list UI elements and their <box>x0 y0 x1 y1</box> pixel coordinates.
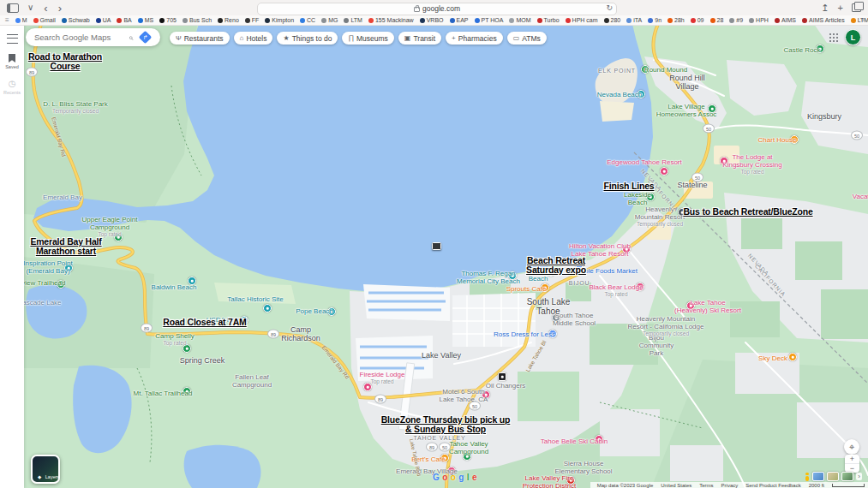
favorite-bookmark[interactable]: MOM <box>509 17 530 23</box>
map-poi-label[interactable]: Mt. Tallac Trailhead <box>134 390 193 397</box>
map-poi-label[interactable]: LakesideBeach <box>624 191 651 206</box>
reload-icon[interactable]: ↻ <box>606 3 613 12</box>
favorite-bookmark[interactable]: Kimpton <box>265 17 294 23</box>
footer-terms-link[interactable]: Terms <box>699 483 713 488</box>
map-pin[interactable] <box>263 304 272 312</box>
map-pin[interactable] <box>660 167 668 176</box>
map-poi-label[interactable]: Fallen LeafCampground <box>232 373 272 389</box>
favorite-bookmark[interactable]: 9n <box>648 17 661 23</box>
google-apps-icon[interactable] <box>829 33 838 42</box>
map-viewport[interactable]: D. L. Bliss State Park Temporarily close… <box>0 24 868 488</box>
footer-privacy-link[interactable]: Privacy <box>721 483 739 488</box>
map-poi-label[interactable]: Kingsbury <box>807 112 841 121</box>
back-icon[interactable]: ‹ <box>44 2 47 15</box>
custom-map-annotation[interactable]: BlueZone Thursday bib pick up& Sunday Bu… <box>381 415 511 434</box>
map-poi-label[interactable]: Cascade Lake <box>17 299 61 306</box>
map-poi-label[interactable]: Lake Valley FireProtection District <box>523 474 577 488</box>
category-chip[interactable]: Ψ Restaurants <box>170 32 230 45</box>
favorite-bookmark[interactable]: EAP <box>450 17 469 23</box>
favorite-bookmark[interactable]: 28h <box>667 17 685 23</box>
favorite-bookmark[interactable]: #9 <box>729 17 743 23</box>
map-poi-label[interactable]: BijouCommunityPark <box>639 334 673 357</box>
map-poi-label[interactable]: Camp Shelly Top rated <box>155 332 194 346</box>
favorite-bookmark[interactable]: 155 Mackinaw <box>368 17 414 23</box>
favorite-bookmark[interactable]: HPH cam <box>566 17 598 23</box>
category-chip[interactable]: ★ Things to do <box>277 32 338 45</box>
map-poi-label[interactable]: South LakeTahoe <box>527 297 571 317</box>
favorite-bookmark[interactable]: 09 <box>691 17 704 23</box>
custom-map-annotation[interactable]: Road to MarathonCourse <box>28 52 102 71</box>
category-chip[interactable]: ▭ ATMs <box>507 32 547 45</box>
custom-map-annotation[interactable]: Beach RetreatSaturday expo <box>526 256 586 275</box>
share-icon[interactable]: ↥ <box>821 0 829 15</box>
favorite-bookmark[interactable]: Schwab <box>62 17 90 23</box>
map-poi-label[interactable]: Sprouts Café <box>506 285 547 293</box>
search-box[interactable]: ⌕ ↱ <box>26 28 160 46</box>
map-poi-label[interactable]: Emerald Bay <box>43 193 82 201</box>
imagery-thumbnail[interactable] <box>827 472 839 481</box>
favorite-bookmark[interactable]: HPH <box>749 17 769 23</box>
favorite-bookmark[interactable]: VRBO <box>420 17 444 23</box>
map-poi-label[interactable]: Castle Rock <box>783 46 820 54</box>
map-poi-label[interactable]: Nevada Beach <box>597 91 642 98</box>
map-poi-label[interactable]: Round Mound <box>644 66 687 74</box>
map-poi-label[interactable]: Round HillVillage <box>669 74 705 91</box>
favorite-bookmark[interactable]: LTM tod <box>851 17 868 23</box>
sidebar-item-saved[interactable]: Saved <box>5 54 19 69</box>
map-poi-label[interactable]: Tahoe Belle Ski Cabin <box>541 437 608 445</box>
zoom-in-button[interactable]: + <box>845 455 859 464</box>
favorites-overflow-icon[interactable]: » <box>861 16 865 24</box>
forward-icon[interactable]: › <box>58 2 62 15</box>
category-chip[interactable]: ▣ Transit <box>398 32 441 45</box>
favorite-bookmark[interactable]: AIMS <box>775 17 796 23</box>
favorite-bookmark[interactable]: Turbo <box>537 17 560 23</box>
custom-map-annotation[interactable]: Road Closes at 7AM <box>163 318 246 327</box>
favorite-bookmark[interactable]: Reno <box>218 17 239 23</box>
custom-map-annotation[interactable]: Emerald Bay HalfMarathon start <box>30 237 101 256</box>
favorite-bookmark[interactable]: PT HOA <box>475 17 504 23</box>
favorite-bookmark[interactable]: CC <box>300 17 315 23</box>
avatar[interactable]: L <box>845 29 861 45</box>
map-pin[interactable] <box>788 353 797 361</box>
footer-feedback-link[interactable]: Send Product Feedback <box>745 483 800 488</box>
map-poi-label[interactable]: BIJOU <box>569 280 590 287</box>
collapse-imagery-icon[interactable]: › <box>856 473 862 480</box>
favorite-bookmark[interactable]: FF <box>245 17 260 23</box>
menu-icon[interactable] <box>7 34 18 44</box>
map-poi-label[interactable]: Edgewood Tahoe Resort <box>607 158 681 166</box>
sidebar-item-recents[interactable]: ◷ Recents <box>3 80 21 95</box>
favorite-bookmark[interactable]: Gmail <box>33 17 56 23</box>
favorite-bookmark[interactable]: 705 <box>159 17 177 23</box>
imagery-thumbnail[interactable] <box>812 472 824 481</box>
map-poi-label[interactable]: Vacation <box>853 193 868 200</box>
map-poi-label[interactable]: Ross Dress for Less <box>494 330 555 338</box>
map-poi-label[interactable]: Heavenly MountainResort - California Lod… <box>628 315 704 336</box>
search-icon[interactable]: ⌕ <box>129 33 134 43</box>
pegman-icon[interactable] <box>804 473 810 481</box>
favorite-bookmark[interactable]: MG <box>321 17 338 23</box>
map-poi-label[interactable]: The Lodge atKingsbury Crossing Top rated <box>722 153 781 175</box>
category-chip[interactable]: ∏ Museums <box>342 32 393 45</box>
category-chip[interactable]: + Pharmacies <box>446 32 503 45</box>
favorites-menu-icon[interactable]: ≡ <box>5 16 9 24</box>
search-input[interactable] <box>26 32 129 43</box>
new-tab-icon[interactable]: + <box>838 0 843 15</box>
map-poi-label[interactable]: Baldwin Beach <box>152 283 197 291</box>
tab-overview-icon[interactable] <box>852 3 861 12</box>
map-poi-label[interactable]: Motel 6 SouthLake Tahoe, CA <box>440 388 488 403</box>
tab-group-chevron-icon[interactable]: ∨ <box>27 0 33 15</box>
map-poi-label[interactable]: Lake VillageHomeowners Assoc <box>656 103 717 118</box>
url-bar[interactable]: google.com ↻ <box>257 3 617 15</box>
favorite-bookmark[interactable]: MS <box>138 17 154 23</box>
map-poi-label[interactable]: CampRichardson <box>281 325 320 342</box>
favorite-bookmark[interactable]: BA <box>117 17 131 23</box>
favorite-bookmark[interactable]: Bus Sch <box>183 17 212 23</box>
map-poi-label[interactable]: D. L. Bliss State Park Temporarily close… <box>43 100 108 114</box>
map-pin[interactable] <box>498 372 506 381</box>
map-poi-label[interactable]: Fireside Lodge Top rated <box>360 371 405 384</box>
map-poi-label[interactable]: Oil Changers <box>486 382 526 390</box>
map-poi-label[interactable]: Pope Beach <box>296 307 333 315</box>
favorite-bookmark[interactable]: AIMS Articles <box>802 17 845 23</box>
map-poi-label[interactable]: Black Bear Lodge Top rated <box>589 283 643 297</box>
favorite-bookmark[interactable]: iTA <box>626 17 642 23</box>
